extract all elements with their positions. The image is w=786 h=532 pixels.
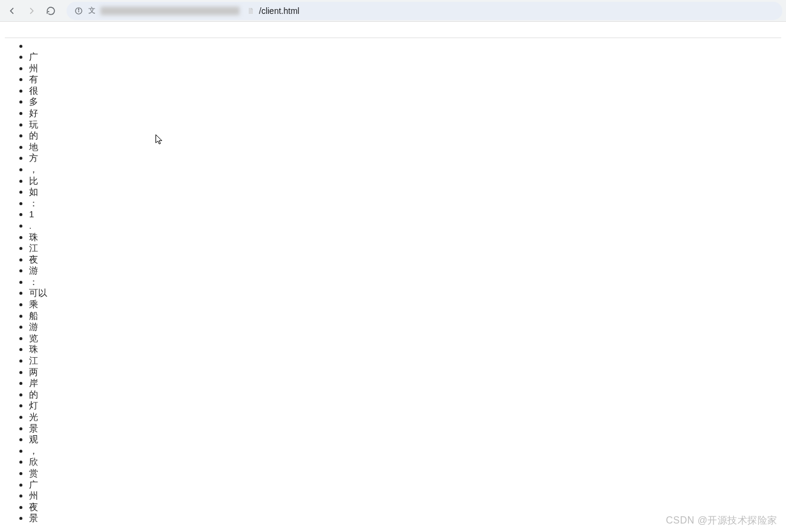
list-item: 好 [29,108,781,119]
info-icon [74,6,84,16]
list-item: 览 [29,333,781,344]
url-blurred-segment [100,7,240,15]
list-item: 方 [29,153,781,164]
list-item: 广 [29,479,781,491]
list-item: 的 [29,130,781,142]
forward-button [23,2,40,19]
list-item: . [29,220,781,232]
list-item: 州 [29,490,781,502]
list-item: 珠 [29,232,781,243]
list-item: 玩 [29,119,781,131]
reload-icon [46,6,56,16]
list-item: 1 [29,209,781,220]
list-item: 江 [29,355,781,367]
list-item: 景 [29,423,781,435]
list-item: ： [29,198,781,209]
list-item: 灯 [29,400,781,412]
arrow-right-icon [27,6,36,16]
arrow-left-icon [7,6,17,16]
back-button[interactable] [4,2,21,19]
list-item: 州 [29,63,781,74]
divider [5,38,781,38]
list-item: 欣 [29,456,781,468]
list-item: 多 [29,96,781,108]
list-item: 的 [29,389,781,401]
list-item: 如 [29,186,781,198]
content-list: 广州有很多好玩的地方，比如：1.珠江夜游：可以乘船游览珠江两岸的灯光景观，欣赏广… [5,41,781,524]
list-item: 很 [29,85,781,97]
reload-button[interactable] [42,2,59,19]
url-prefix-label: 文 [88,5,96,16]
list-item: 夜 [29,254,781,266]
list-item: 珠 [29,344,781,355]
list-item: 乘 [29,299,781,310]
list-item [29,41,781,51]
list-item: 游 [29,321,781,333]
file-icon [247,7,254,15]
list-item: 两 [29,367,781,378]
list-item: 光 [29,412,781,423]
list-item: ， [29,164,781,176]
list-item: 游 [29,265,781,277]
list-item: 广 [29,51,781,63]
list-item: ， [29,445,781,457]
url-text: /client.html [259,6,300,16]
list-item: 有 [29,74,781,85]
browser-toolbar: 文 /client.html [0,0,786,22]
list-item: 江 [29,243,781,254]
page-content: 广州有很多好玩的地方，比如：1.珠江夜游：可以乘船游览珠江两岸的灯光景观，欣赏广… [0,22,786,532]
list-item: ： [29,277,781,288]
list-item: 景 [29,513,781,524]
list-item: 赏 [29,468,781,479]
list-item: 比 [29,176,781,187]
list-item: 地 [29,142,781,153]
svg-point-2 [78,8,79,9]
address-bar[interactable]: 文 /client.html [67,2,782,20]
list-item: 可以 [29,287,781,299]
list-item: 观 [29,434,781,445]
list-item: 岸 [29,378,781,389]
list-item: 船 [29,310,781,322]
list-item: 夜 [29,502,781,513]
